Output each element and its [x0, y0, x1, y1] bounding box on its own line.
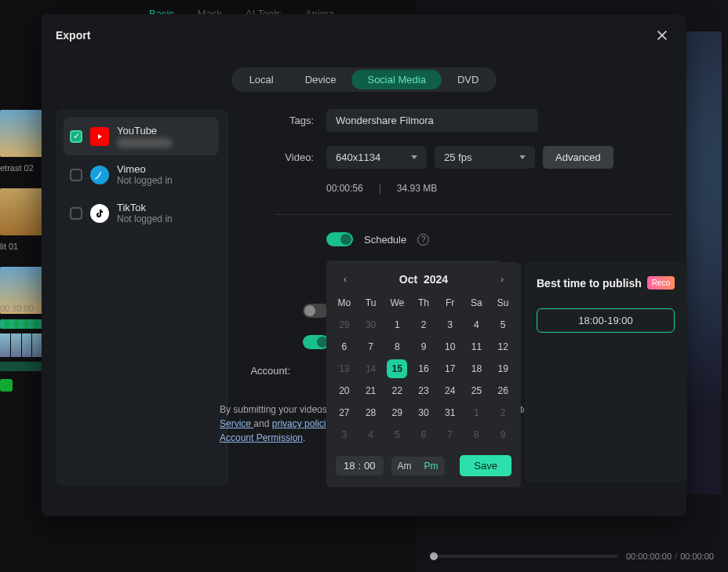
- calendar-day[interactable]: 27: [331, 403, 358, 422]
- calendar-day[interactable]: 16: [410, 359, 437, 378]
- bg-track-badge[interactable]: [0, 379, 13, 392]
- video-label: Video:: [251, 151, 314, 163]
- destination-tiktok[interactable]: TikTok Not logged in: [64, 194, 219, 232]
- tab-device[interactable]: Device: [289, 70, 352, 89]
- help-icon[interactable]: ?: [417, 234, 429, 246]
- option-toggle-1[interactable]: [303, 304, 329, 318]
- calendar-prev-icon[interactable]: ‹: [339, 274, 351, 285]
- option-toggle-2[interactable]: [303, 335, 329, 349]
- tab-local[interactable]: Local: [234, 70, 289, 89]
- calendar-day[interactable]: 8: [464, 425, 490, 444]
- calendar-day[interactable]: 11: [464, 337, 490, 356]
- calendar-day[interactable]: 19: [490, 359, 516, 378]
- close-icon[interactable]: [655, 28, 669, 42]
- destination-vimeo[interactable]: Vimeo Not logged in: [64, 155, 219, 194]
- export-settings: Tags: Video: 640x1134 25 fps Advanced 00…: [228, 109, 672, 486]
- calendar-day[interactable]: 6: [410, 425, 437, 444]
- bg-thumb-1[interactable]: [0, 110, 43, 157]
- calendar-next-icon[interactable]: ›: [496, 274, 508, 285]
- calendar-day[interactable]: 8: [384, 337, 410, 356]
- export-modal: Export Local Device Social Media DVD ✓ Y…: [42, 14, 686, 516]
- youtube-icon: [90, 127, 109, 146]
- calendar-day[interactable]: 6: [331, 337, 358, 356]
- calendar-dow: Fr: [437, 293, 464, 312]
- tab-social-media[interactable]: Social Media: [351, 70, 441, 89]
- bg-thumb-label-2: lit 01: [0, 242, 43, 251]
- bg-thumb-2[interactable]: [0, 188, 43, 235]
- bg-track-video[interactable]: [0, 333, 43, 357]
- destination-youtube[interactable]: ✓ YouTube: [64, 117, 219, 155]
- resolution-select[interactable]: 640x1134: [326, 146, 427, 169]
- schedule-toggle[interactable]: [326, 232, 353, 246]
- calendar-day[interactable]: 1: [464, 403, 490, 422]
- calendar-day[interactable]: 2: [410, 315, 437, 334]
- calendar-day[interactable]: 10: [437, 337, 464, 356]
- calendar-day[interactable]: 13: [331, 359, 358, 378]
- calendar-day[interactable]: 12: [490, 337, 516, 356]
- modal-title: Export: [56, 29, 90, 42]
- tab-dvd[interactable]: DVD: [442, 70, 494, 89]
- account-permission-link[interactable]: Account Permission: [220, 432, 303, 443]
- chevron-down-icon: [519, 155, 526, 159]
- calendar-day[interactable]: 4: [358, 425, 384, 444]
- calendar-day[interactable]: 17: [437, 359, 464, 378]
- calendar-day[interactable]: 25: [464, 381, 490, 400]
- bg-track-audio[interactable]: [0, 362, 43, 371]
- calendar-day[interactable]: 30: [358, 315, 384, 334]
- calendar-day[interactable]: 28: [358, 403, 384, 422]
- best-time-panel: Best time to publish Reco 18:00-19:00: [524, 262, 687, 482]
- fps-select[interactable]: 25 fps: [435, 146, 535, 169]
- calendar-day[interactable]: 21: [358, 381, 384, 400]
- youtube-account-redacted: [117, 138, 172, 148]
- calendar-day[interactable]: 2: [490, 403, 516, 422]
- calendar-day[interactable]: 14: [358, 359, 384, 378]
- filesize-value: 34.93 MB: [397, 183, 437, 194]
- calendar-day[interactable]: 7: [437, 425, 464, 444]
- bg-progress-bar[interactable]: [430, 555, 618, 558]
- calendar-day[interactable]: 22: [384, 381, 410, 400]
- calendar-day[interactable]: 23: [410, 381, 437, 400]
- destination-status: Not logged in: [117, 175, 173, 186]
- pm-button[interactable]: Pm: [418, 457, 445, 475]
- calendar-day[interactable]: 4: [464, 315, 490, 334]
- calendar-day[interactable]: 30: [410, 403, 437, 422]
- bg-thumb-label-1: etrast 02: [0, 163, 43, 173]
- calendar-day[interactable]: 1: [384, 315, 410, 334]
- checkbox-vimeo[interactable]: [70, 169, 82, 181]
- account-label: Account:: [228, 365, 290, 377]
- best-time-slot[interactable]: 18:00-19:00: [537, 308, 675, 333]
- checkbox-tiktok[interactable]: [70, 207, 82, 220]
- bg-track-effects[interactable]: [0, 319, 43, 329]
- section-divider: [275, 214, 672, 215]
- calendar-title: Oct 2024: [399, 273, 448, 286]
- am-button[interactable]: Am: [391, 457, 418, 475]
- calendar-day[interactable]: 5: [490, 315, 516, 334]
- calendar-day[interactable]: 18: [464, 359, 490, 378]
- calendar-dow: Th: [410, 293, 437, 312]
- calendar-day[interactable]: 26: [490, 381, 516, 400]
- calendar-dow: Mo: [331, 293, 358, 312]
- calendar-day[interactable]: 7: [358, 337, 384, 356]
- calendar-save-button[interactable]: Save: [460, 455, 511, 476]
- calendar-day[interactable]: 31: [437, 403, 464, 422]
- bg-player-controls: 00:00:00:00 / 00:00:00: [416, 541, 728, 572]
- checkbox-youtube[interactable]: ✓: [70, 130, 82, 143]
- calendar-day[interactable]: 3: [331, 425, 358, 444]
- terms-link[interactable]: Service: [220, 418, 253, 429]
- tags-input[interactable]: [326, 109, 538, 132]
- calendar-day[interactable]: 5: [384, 425, 410, 444]
- calendar-dow: Tu: [358, 293, 384, 312]
- privacy-link[interactable]: privacy polici: [272, 418, 326, 429]
- schedule-time-input[interactable]: 18 : 00: [336, 456, 384, 475]
- calendar-day[interactable]: 29: [384, 403, 410, 422]
- calendar-day[interactable]: 20: [331, 381, 358, 400]
- reco-badge: Reco: [647, 276, 675, 290]
- advanced-button[interactable]: Advanced: [543, 146, 613, 169]
- calendar-day[interactable]: 3: [437, 315, 464, 334]
- calendar-day[interactable]: 15: [387, 359, 407, 378]
- calendar-day[interactable]: 24: [437, 381, 464, 400]
- calendar-day[interactable]: 29: [331, 315, 358, 334]
- tiktok-icon: [90, 204, 109, 223]
- calendar-day[interactable]: 9: [410, 337, 437, 356]
- calendar-day[interactable]: 9: [490, 425, 516, 444]
